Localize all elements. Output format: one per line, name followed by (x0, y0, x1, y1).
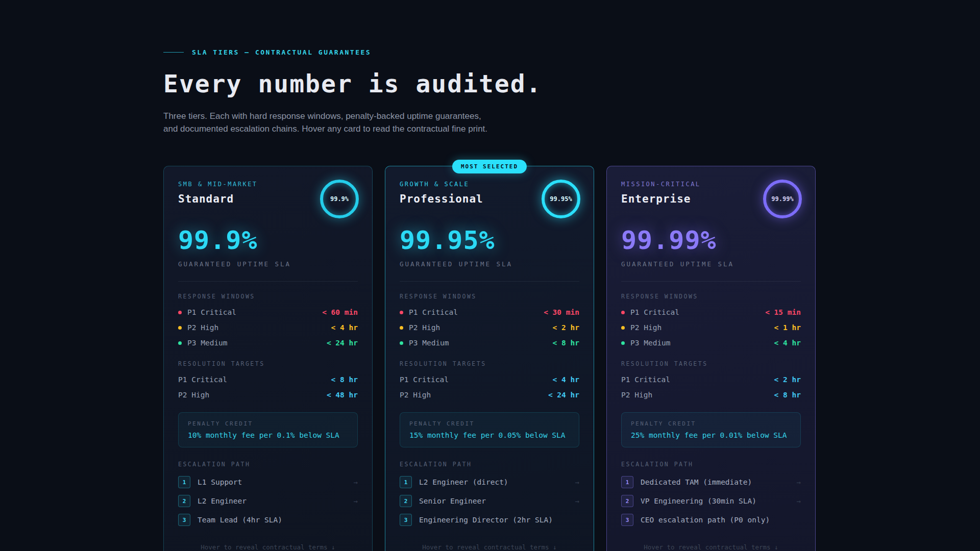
metric-label: P1 Critical (409, 308, 458, 316)
priority-dot-icon (400, 326, 403, 330)
sla-metric-row: P1 Critical< 4 hr (400, 375, 579, 384)
metric-label-group: P1 Critical (621, 375, 670, 384)
metric-value: < 60 min (322, 308, 358, 316)
metric-value: < 2 hr (553, 323, 579, 332)
penalty-credit-heading: PENALTY CREDIT (631, 420, 791, 427)
priority-dot-icon (178, 341, 182, 345)
escalation-step-label: Senior Engineer (419, 497, 486, 505)
escalation-step-label: Team Lead (4hr SLA) (198, 516, 282, 524)
escalation-step-number: 1 (400, 476, 412, 488)
uptime-percentage: 99.95% (400, 226, 579, 255)
escalation-step-label: L2 Engineer (direct) (419, 478, 508, 486)
escalation-path-heading: ESCALATION PATH (400, 461, 579, 468)
metric-value: < 24 hr (548, 391, 579, 399)
escalation-step: 2L2 Engineer→ (178, 495, 358, 507)
metric-value: < 1 hr (774, 323, 801, 332)
priority-dot-icon (178, 311, 182, 314)
arrow-right-icon: → (354, 478, 358, 486)
penalty-credit-box: PENALTY CREDIT25% monthly fee per 0.01% … (621, 412, 801, 447)
escalation-path-heading: ESCALATION PATH (621, 461, 801, 468)
arrow-right-icon: → (797, 478, 801, 486)
escalation-step: 3Team Lead (4hr SLA) (178, 514, 358, 526)
metric-label-group: P1 Critical (621, 308, 679, 316)
escalation-step-label: Engineering Director (2hr SLA) (419, 516, 553, 524)
metric-label: P1 Critical (400, 375, 449, 384)
metric-label-group: P2 High (400, 391, 431, 399)
metric-value: < 8 hr (553, 339, 579, 347)
metric-label: P2 High (409, 323, 440, 332)
page-subtitle: Three tiers. Each with hard response win… (163, 110, 490, 135)
sla-metric-row: P1 Critical< 30 min (400, 308, 579, 316)
escalation-step-label: Dedicated TAM (immediate) (641, 478, 752, 486)
card-divider (400, 281, 579, 282)
penalty-credit-value: 10% monthly fee per 0.1% below SLA (188, 431, 348, 439)
response-windows-heading: RESPONSE WINDOWS (178, 293, 358, 300)
metric-value: < 8 hr (774, 391, 801, 399)
escalation-step: 2Senior Engineer→ (400, 495, 579, 507)
metric-label-group: P2 High (621, 391, 652, 399)
metric-value: < 4 hr (553, 375, 579, 384)
metric-label-group: P2 High (178, 391, 209, 399)
uptime-caption: GUARANTEED UPTIME SLA (621, 260, 801, 268)
sla-cards-row: SMB & MID-MARKETStandard99.9%99.9%GUARAN… (163, 166, 816, 551)
uptime-percentage: 99.9% (178, 226, 358, 255)
sla-metric-row: P2 High< 2 hr (400, 323, 579, 332)
response-windows-heading: RESPONSE WINDOWS (400, 293, 579, 300)
metric-label: P1 Critical (621, 375, 670, 384)
metric-label: P3 Medium (630, 339, 671, 347)
metric-value: < 48 hr (327, 391, 358, 399)
metric-value: < 24 hr (327, 339, 358, 347)
sla-card-enterprise[interactable]: MISSION-CRITICALEnterprise99.99%99.99%GU… (606, 166, 816, 551)
sla-card-professional[interactable]: MOST SELECTEDGROWTH & SCALEProfessional9… (385, 166, 594, 551)
sla-metric-row: P2 High< 8 hr (621, 391, 801, 399)
arrow-right-icon: → (575, 478, 579, 486)
metric-value: < 4 hr (774, 339, 801, 347)
eyebrow-label: SLA TIERS — CONTRACTUAL GUARANTEES (192, 48, 371, 56)
metric-label-group: P3 Medium (400, 339, 449, 347)
uptime-ring: 99.9% (320, 180, 359, 218)
most-selected-badge: MOST SELECTED (452, 160, 527, 173)
escalation-step: 3CEO escalation path (P0 only) (621, 514, 801, 526)
escalation-step: 1L1 Support→ (178, 476, 358, 488)
sla-metric-row: P1 Critical< 2 hr (621, 375, 801, 384)
escalation-step-number: 3 (400, 514, 412, 526)
escalation-step: 1L2 Engineer (direct)→ (400, 476, 579, 488)
escalation-step-number: 1 (621, 476, 633, 488)
hover-hint: Hover to reveal contractual terms ↓ (178, 543, 358, 551)
uptime-caption: GUARANTEED UPTIME SLA (178, 260, 358, 268)
escalation-step-number: 3 (621, 514, 633, 526)
uptime-caption: GUARANTEED UPTIME SLA (400, 260, 579, 268)
priority-dot-icon (621, 311, 625, 314)
priority-dot-icon (400, 311, 403, 314)
sla-card-standard[interactable]: SMB & MID-MARKETStandard99.9%99.9%GUARAN… (163, 166, 373, 551)
metric-label: P3 Medium (409, 339, 449, 347)
escalation-step-number: 2 (621, 495, 633, 507)
sla-metric-row: P2 High< 24 hr (400, 391, 579, 399)
resolution-targets-heading: RESOLUTION TARGETS (621, 360, 801, 367)
escalation-step-label: CEO escalation path (P0 only) (641, 516, 770, 524)
sla-metric-row: P3 Medium< 24 hr (178, 339, 358, 347)
priority-dot-icon (178, 326, 182, 330)
sla-metric-row: P1 Critical< 15 min (621, 308, 801, 316)
page-title: Every number is audited. (163, 69, 542, 98)
metric-value: < 8 hr (331, 375, 358, 384)
sla-metric-row: P3 Medium< 8 hr (400, 339, 579, 347)
sla-metric-row: P2 High< 1 hr (621, 323, 801, 332)
metric-label-group: P1 Critical (400, 308, 458, 316)
escalation-step: 2VP Engineering (30min SLA)→ (621, 495, 801, 507)
sla-metric-row: P1 Critical< 8 hr (178, 375, 358, 384)
escalation-step: 1Dedicated TAM (immediate)→ (621, 476, 801, 488)
metric-label-group: P2 High (178, 323, 218, 332)
metric-value: < 15 min (765, 308, 801, 316)
metric-label: P1 Critical (178, 375, 227, 384)
escalation-step-label: VP Engineering (30min SLA) (641, 497, 756, 505)
escalation-step: 3Engineering Director (2hr SLA) (400, 514, 579, 526)
metric-label-group: P3 Medium (621, 339, 671, 347)
metric-label-group: P3 Medium (178, 339, 228, 347)
penalty-credit-heading: PENALTY CREDIT (188, 420, 348, 427)
escalation-step-label: L1 Support (198, 478, 242, 486)
metric-value: < 30 min (544, 308, 579, 316)
metric-label-group: P1 Critical (178, 308, 236, 316)
metric-label: P3 Medium (187, 339, 228, 347)
metric-label: P2 High (621, 391, 652, 399)
